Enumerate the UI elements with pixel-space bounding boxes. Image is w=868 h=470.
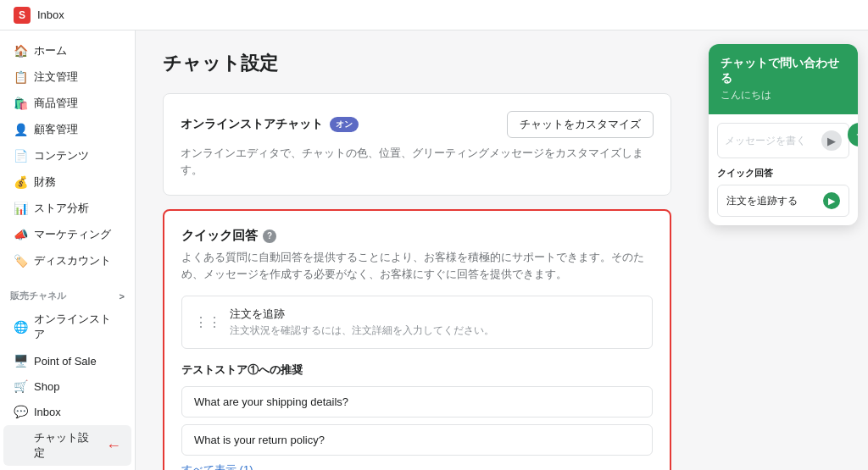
- sidebar-item-label: Inbox: [34, 406, 61, 418]
- sales-channel-section: 販売チャネル >: [0, 281, 135, 306]
- quick-reply-card: クイック回答 ? よくある質問に自動回答を提供することにより、お客様を積極的にサ…: [163, 209, 671, 470]
- chat-widget: チャットで問い合わせる こんにちは メッセージを書く ▶ クイック回答 注文を追…: [709, 44, 858, 225]
- message-input-area[interactable]: メッセージを書く ▶: [717, 123, 849, 158]
- sidebar-item-inbox[interactable]: 💬 Inbox: [3, 400, 131, 423]
- sidebar-item-label: チャット設定: [34, 430, 97, 461]
- main-content: チャット設定 オンラインストアチャット オン チャットをカスタマイズ オンライン…: [136, 30, 698, 470]
- suggestion-item-2[interactable]: What is your return policy?: [181, 424, 653, 456]
- home-icon: 🏠: [14, 44, 27, 58]
- orders-icon: 📋: [14, 70, 27, 84]
- sidebar-item-label: 商品管理: [34, 96, 78, 111]
- customize-chat-button[interactable]: チャットをカスタマイズ: [507, 111, 654, 138]
- card-description: オンラインエディタで、チャットの色、位置、グリーティングメッセージをカスタマイズ…: [181, 145, 654, 178]
- suggestion-item-1[interactable]: What are your shipping details?: [181, 386, 653, 417]
- card-title: オンラインストアチャット オン: [181, 117, 359, 132]
- sidebar-item-analytics[interactable]: 📊 ストア分析: [3, 196, 131, 221]
- sidebar: 🏠 ホーム 📋 注文管理 🛍️ 商品管理 👤 顧客管理 📄 コンテンツ 💰: [0, 30, 136, 470]
- tracking-info: 注文を追跡 注文状況を確認するには、注文詳細を入力してください。: [230, 307, 640, 338]
- app-icon: S: [14, 7, 31, 24]
- quick-reply-description: よくある質問に自動回答を提供することにより、お客様を積極的にサポートできます。そ…: [181, 249, 653, 282]
- chat-widget-header-subtitle: こんにちは: [721, 88, 846, 102]
- sidebar-item-label: 財務: [34, 174, 56, 190]
- chat-widget-header-title: チャットで問い合わせる: [721, 56, 846, 86]
- arrow-indicator: ←: [106, 437, 121, 455]
- sidebar-item-label: ストア分析: [34, 201, 89, 216]
- sidebar-item-pos[interactable]: 🖥️ Point of Sale: [3, 349, 131, 373]
- topbar-title: Inbox: [37, 8, 64, 21]
- sidebar-item-label: ディスカウント: [34, 253, 111, 268]
- message-placeholder: メッセージを書く: [725, 134, 806, 148]
- quick-reply-action-button[interactable]: 注文を追跡する ▶: [717, 185, 849, 217]
- quick-reply-section-label: クイック回答: [717, 167, 849, 180]
- chat-widget-body: メッセージを書く ▶ クイック回答 注文を追跡する ▶: [709, 114, 858, 225]
- sidebar-item-label: 注文管理: [34, 69, 78, 85]
- marketing-icon: 📣: [14, 228, 27, 241]
- finance-icon: 💰: [14, 175, 27, 189]
- sidebar-item-home[interactable]: 🏠 ホーム: [3, 38, 131, 64]
- quick-reply-title: クイック回答 ?: [181, 228, 653, 244]
- sidebar-item-shop[interactable]: 🛒 Shop: [3, 374, 131, 398]
- sidebar-item-label: コンテンツ: [34, 148, 89, 163]
- chat-widget-header: チャットで問い合わせる こんにちは: [709, 44, 858, 114]
- sidebar-item-orders[interactable]: 📋 注文管理: [3, 64, 131, 90]
- sidebar-item-online-store[interactable]: 🌐 オンラインストア: [3, 307, 131, 347]
- shop-icon: 🛒: [14, 379, 27, 393]
- quick-reply-arrow-icon: ▶: [823, 192, 840, 209]
- sidebar-item-marketing[interactable]: 📣 マーケティング: [3, 222, 131, 247]
- sidebar-item-finance[interactable]: 💰 財務: [3, 169, 131, 195]
- topbar: S Inbox: [0, 0, 868, 30]
- sidebar-item-label: 顧客管理: [34, 122, 78, 137]
- customers-icon: 👤: [14, 123, 27, 136]
- chat-panel: チャットで問い合わせる こんにちは メッセージを書く ▶ クイック回答 注文を追…: [698, 30, 868, 470]
- discounts-icon: 🏷️: [14, 254, 27, 268]
- sidebar-item-chat-settings[interactable]: チャット設定 ←: [3, 425, 131, 466]
- online-store-chat-card: オンラインストアチャット オン チャットをカスタマイズ オンラインエディタで、チ…: [163, 93, 671, 196]
- sidebar-item-label: ホーム: [34, 43, 67, 58]
- tracking-title: 注文を追跡: [230, 307, 640, 322]
- sidebar-item-products[interactable]: 🛍️ 商品管理: [3, 91, 131, 116]
- page-title: チャット設定: [163, 51, 671, 76]
- sidebar-item-label: マーケティング: [34, 227, 111, 242]
- drag-handle-icon[interactable]: ⋮⋮: [194, 314, 221, 330]
- sales-channel-expand[interactable]: >: [120, 291, 125, 301]
- sidebar-item-label: Shop: [34, 380, 59, 393]
- sidebar-item-label: Point of Sale: [34, 355, 97, 368]
- analytics-icon: 📊: [14, 202, 27, 215]
- sidebar-item-content[interactable]: 📄 コンテンツ: [3, 143, 131, 169]
- sidebar-item-customers[interactable]: 👤 顧客管理: [3, 117, 131, 142]
- show-all-link[interactable]: すべて表示 (1): [181, 462, 253, 470]
- info-icon[interactable]: ?: [263, 229, 276, 243]
- chat-settings-icon: [14, 439, 27, 452]
- sidebar-item-label: オンラインストア: [34, 312, 121, 342]
- sidebar-item-discounts[interactable]: 🏷️ ディスカウント: [3, 248, 131, 274]
- tracking-description: 注文状況を確認するには、注文詳細を入力してください。: [230, 323, 640, 338]
- status-badge: オン: [330, 117, 359, 132]
- send-button[interactable]: ▶: [821, 130, 842, 151]
- inbox-icon: 💬: [14, 405, 27, 418]
- pos-icon: 🖥️: [14, 354, 27, 368]
- content-icon: 📄: [14, 149, 27, 163]
- order-tracking-item: ⋮⋮ 注文を追跡 注文状況を確認するには、注文詳細を入力してください。: [181, 296, 653, 349]
- store-suggestion-title: テストストア①への推奨: [181, 362, 653, 378]
- online-store-icon: 🌐: [14, 320, 27, 334]
- products-icon: 🛍️: [14, 97, 27, 110]
